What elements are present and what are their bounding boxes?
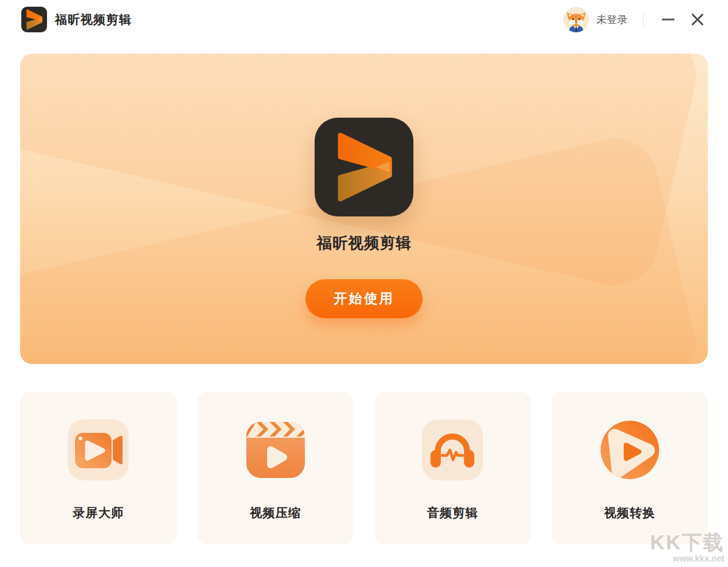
tool-card-audio-edit[interactable]: 音频剪辑 — [374, 392, 531, 544]
minimize-icon — [662, 13, 675, 26]
close-icon — [691, 13, 704, 26]
video-convert-icon — [599, 419, 660, 480]
screen-recorder-icon — [68, 419, 129, 480]
hero-banner: 福昕视频剪辑 开始使用 — [20, 54, 708, 364]
titlebar-divider — [643, 12, 644, 27]
app-logo-icon — [21, 6, 48, 33]
foxit-video-logo-icon — [318, 121, 410, 213]
tool-label: 视频压缩 — [250, 505, 301, 521]
tools-row: 录屏大师 — [20, 392, 708, 544]
hero-app-name: 福昕视频剪辑 — [20, 233, 708, 253]
hero-app-icon — [315, 118, 413, 216]
tool-label: 音频剪辑 — [427, 505, 478, 521]
start-button[interactable]: 开始使用 — [305, 279, 423, 318]
tool-label: 视频转换 — [604, 505, 655, 521]
login-status[interactable]: 未登录 — [596, 13, 627, 27]
user-avatar[interactable] — [563, 7, 589, 32]
app-window: 福昕视频剪辑 未登录 — [0, 0, 728, 567]
fox-avatar-icon — [563, 7, 589, 32]
close-button[interactable] — [689, 11, 706, 28]
minimize-button[interactable] — [660, 11, 677, 28]
tool-card-video-compress[interactable]: 视频压缩 — [198, 392, 354, 544]
tool-label: 录屏大师 — [73, 505, 124, 521]
tool-card-screen-recorder[interactable]: 录屏大师 — [20, 392, 177, 544]
tool-card-video-convert[interactable]: 视频转换 — [552, 392, 708, 544]
title-bar: 福昕视频剪辑 未登录 — [0, 0, 728, 39]
watermark-url: www.kkx.net — [650, 554, 724, 563]
window-title: 福昕视频剪辑 — [55, 12, 132, 28]
video-compress-icon — [245, 419, 306, 480]
audio-edit-icon — [422, 419, 483, 480]
